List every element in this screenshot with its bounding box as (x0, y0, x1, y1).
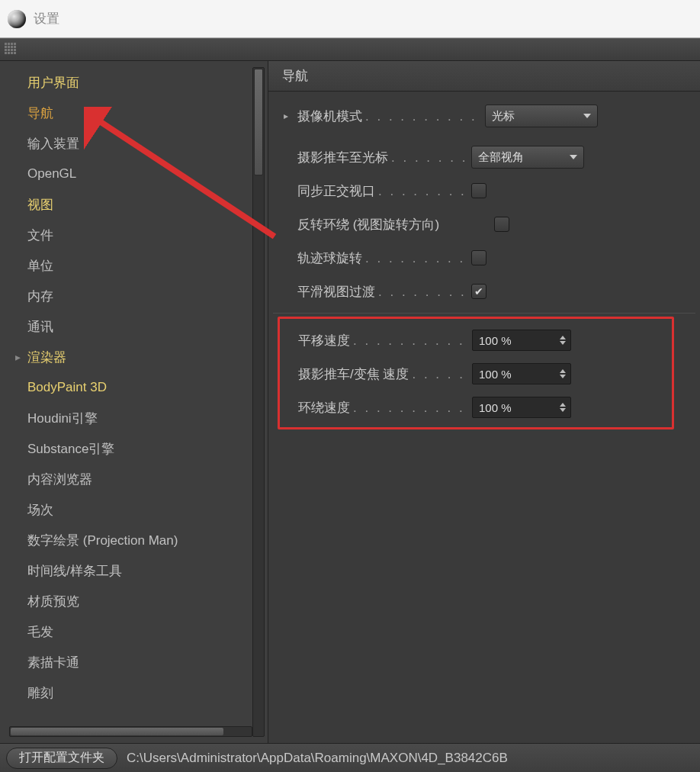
row-dolly-zoom-speed: 摄影推车/变焦 速度 100 % (280, 357, 672, 391)
sidebar-item-material-preview[interactable]: 材质预览 (5, 586, 252, 616)
dots (412, 367, 467, 382)
sidebar-item-label: 导航 (27, 105, 53, 122)
spinner-value: 100 % (479, 334, 512, 347)
row-pan-speed: 平移速度 100 % (280, 323, 672, 357)
stepper-icon[interactable] (560, 369, 566, 378)
sidebar-item-input[interactable]: 输入装置 (5, 128, 252, 159)
sidebar-item-houdini[interactable]: Houdini引擎 (5, 403, 252, 433)
sidebar-item-bodypaint[interactable]: BodyPaint 3D (5, 372, 252, 403)
sidebar-item-renderer[interactable]: ▸渲染器 (5, 342, 252, 372)
panel-body: ▸ 摄像机模式 光标 摄影推车至光标 全部视角 同步正交视口 (268, 92, 700, 437)
field-label: 摄影推车/变焦 速度 (298, 365, 409, 383)
sidebar-item-label: 内容浏览器 (27, 471, 92, 488)
footer: 打开配置文件夹 C:\Users\Administrator\AppData\R… (0, 743, 700, 772)
grip-icon[interactable] (5, 43, 18, 56)
sidebar-hscrollbar-thumb[interactable] (11, 728, 223, 735)
sidebar-item-label: 雕刻 (27, 684, 53, 702)
dolly-zoom-speed-spinner[interactable]: 100 % (472, 363, 571, 384)
sidebar-item-label: 内存 (27, 288, 53, 305)
trackball-checkbox[interactable] (471, 250, 486, 265)
field-label: 轨迹球旋转 (297, 249, 362, 267)
dots (391, 150, 467, 166)
field-label: 摄影推车至光标 (297, 149, 388, 166)
sidebar-hscrollbar[interactable] (9, 726, 252, 737)
sidebar-item-sketch[interactable]: 素描卡通 (5, 647, 252, 677)
dropdown-value: 光标 (492, 109, 515, 124)
sidebar-item-label: 数字绘景 (Projection Man) (27, 532, 178, 549)
sidebar-item-opengl[interactable]: OpenGL (5, 159, 252, 189)
config-path: C:\Users\Administrator\AppData\Roaming\M… (127, 751, 508, 766)
sidebar-item-takes[interactable]: 场次 (5, 494, 252, 525)
sidebar-item-label: BodyPaint 3D (27, 380, 107, 395)
camera-mode-dropdown[interactable]: 光标 (485, 105, 598, 127)
panel-title: 导航 (268, 61, 700, 92)
sidebar-item-label: 输入装置 (27, 135, 79, 153)
sidebar-item-label: 视图 (27, 196, 53, 214)
sidebar-item-files[interactable]: 文件 (5, 220, 252, 250)
sidebar-scrollbar-thumb[interactable] (254, 69, 263, 175)
dots (378, 285, 467, 300)
sidebar-item-navigation[interactable]: 导航 (5, 98, 252, 128)
sidebar-item-communication[interactable]: 通讯 (5, 311, 252, 342)
sidebar-item-label: 场次 (27, 501, 53, 519)
sidebar-item-substance[interactable]: Substance引擎 (5, 433, 252, 464)
dots (353, 400, 467, 416)
main: 用户界面 导航 输入装置 OpenGL 视图 文件 单位 内存 通讯 ▸渲染器 … (0, 61, 700, 743)
toolbar (0, 38, 700, 61)
field-label: 环绕速度 (298, 399, 350, 417)
dolly-to-cursor-dropdown[interactable]: 全部视角 (471, 146, 584, 169)
field-label: 同步正交视口 (297, 182, 375, 200)
app-icon (8, 10, 26, 28)
sidebar-item-ui[interactable]: 用户界面 (5, 67, 252, 98)
sidebar-item-label: 毛发 (27, 623, 53, 641)
row-trackball: 轨迹球旋转 (273, 241, 695, 275)
open-config-folder-button[interactable]: 打开配置文件夹 (6, 748, 117, 769)
sidebar-scrollbar[interactable] (252, 67, 265, 737)
divider (273, 313, 695, 314)
window-title: 设置 (34, 10, 59, 27)
chevron-down-icon (583, 114, 591, 118)
sidebar-item-label: 渲染器 (27, 349, 66, 366)
sidebar-item-projection-man[interactable]: 数字绘景 (Projection Man) (5, 525, 252, 555)
sidebar-item-label: 单位 (27, 257, 53, 275)
annotation-highlight-box: 平移速度 100 % 摄影推车/变焦 速度 100 % 环绕速度 (278, 317, 674, 429)
sidebar-item-timeline[interactable]: 时间线/样条工具 (5, 555, 252, 586)
sync-ortho-checkbox[interactable] (471, 183, 486, 198)
row-sync-ortho: 同步正交视口 (273, 174, 695, 207)
reverse-orbit-checkbox[interactable] (494, 217, 509, 232)
sidebar-item-label: Substance引擎 (27, 440, 114, 458)
row-camera-mode: ▸ 摄像机模式 光标 (273, 99, 695, 133)
sidebar-item-memory[interactable]: 内存 (5, 281, 252, 311)
dropdown-value: 全部视角 (478, 150, 524, 165)
sidebar-item-sculpt[interactable]: 雕刻 (5, 677, 252, 708)
sidebar-item-label: 素描卡通 (27, 654, 79, 671)
sidebar-item-hair[interactable]: 毛发 (5, 616, 252, 647)
sidebar-item-units[interactable]: 单位 (5, 250, 252, 281)
dots (353, 333, 467, 349)
chevron-right-icon[interactable]: ▸ (284, 111, 297, 121)
sidebar-item-content-browser[interactable]: 内容浏览器 (5, 464, 252, 494)
sidebar: 用户界面 导航 输入装置 OpenGL 视图 文件 单位 内存 通讯 ▸渲染器 … (0, 61, 268, 743)
sidebar-item-label: 材质预览 (27, 593, 79, 610)
sidebar-list: 用户界面 导航 输入装置 OpenGL 视图 文件 单位 内存 通讯 ▸渲染器 … (5, 67, 268, 723)
orbit-speed-spinner[interactable]: 100 % (472, 397, 571, 418)
dots (365, 251, 467, 266)
dots (378, 184, 467, 199)
spinner-value: 100 % (479, 401, 512, 414)
row-reverse-orbit: 反转环绕 (视图旋转方向) (273, 207, 695, 241)
spinner-value: 100 % (479, 368, 512, 381)
stepper-icon[interactable] (560, 403, 566, 412)
settings-panel: 导航 ▸ 摄像机模式 光标 摄影推车至光标 全部视角 同步正交视口 (268, 61, 700, 743)
sidebar-item-label: 通讯 (27, 318, 53, 336)
sidebar-item-viewport[interactable]: 视图 (5, 189, 252, 220)
sidebar-item-label: 时间线/样条工具 (27, 562, 122, 580)
smooth-transition-checkbox[interactable]: ✔ (471, 284, 486, 299)
row-dolly-to-cursor: 摄影推车至光标 全部视角 (273, 140, 695, 174)
stepper-icon[interactable] (560, 336, 566, 345)
field-label: 摄像机模式 (297, 108, 362, 125)
row-orbit-speed: 环绕速度 100 % (280, 391, 672, 424)
dots (365, 109, 480, 124)
sidebar-item-label: 用户界面 (27, 74, 79, 92)
pan-speed-spinner[interactable]: 100 % (472, 330, 571, 351)
sidebar-item-label: Houdini引擎 (27, 410, 98, 427)
